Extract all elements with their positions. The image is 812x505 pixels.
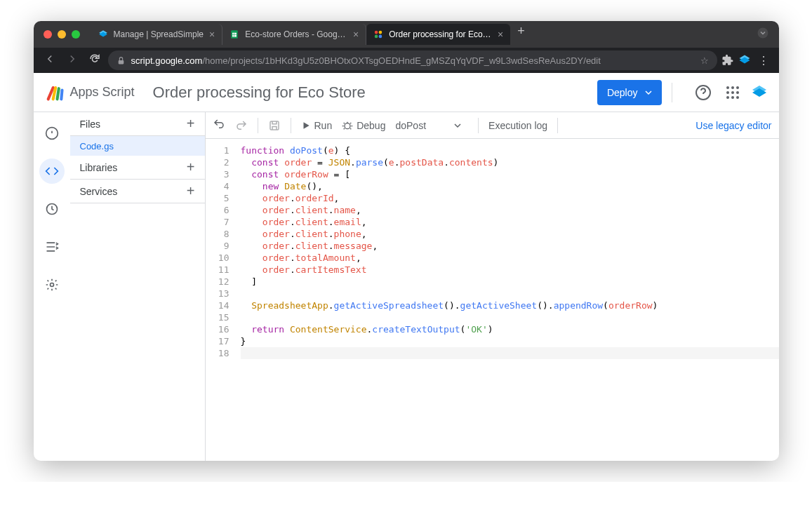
- tab-title: Order processing for Eco Store: [389, 29, 492, 39]
- debug-button[interactable]: Debug: [342, 120, 385, 131]
- window-titlebar: Manage | SpreadSimple × Eco-store Orders…: [34, 21, 779, 48]
- svg-point-15: [726, 86, 729, 89]
- close-tab-icon[interactable]: ×: [353, 29, 359, 40]
- redo-button[interactable]: [235, 119, 248, 132]
- lock-icon: [117, 56, 126, 65]
- product-name: Apps Script: [70, 85, 135, 100]
- files-section: Files +: [70, 112, 205, 136]
- svg-point-18: [726, 91, 729, 94]
- legacy-editor-link[interactable]: Use legacy editor: [695, 120, 771, 131]
- svg-point-16: [731, 86, 734, 89]
- overview-icon[interactable]: [39, 121, 65, 146]
- svg-point-6: [375, 31, 378, 34]
- close-tab-icon[interactable]: ×: [498, 29, 503, 40]
- browser-tab-active[interactable]: Order processing for Eco Store ×: [366, 24, 510, 45]
- help-icon[interactable]: [695, 84, 712, 101]
- code-area[interactable]: function doPost(e) { const order = JSON.…: [237, 139, 779, 461]
- svg-point-23: [736, 96, 739, 99]
- project-title[interactable]: Order processing for Eco Store: [153, 83, 597, 102]
- settings-icon[interactable]: [39, 272, 65, 297]
- function-name: doPost: [395, 120, 426, 131]
- svg-point-22: [731, 96, 734, 99]
- file-name: Code.gs: [80, 141, 114, 152]
- services-label: Services: [80, 186, 118, 197]
- url-domain: script.google.com: [131, 55, 203, 66]
- svg-point-8: [375, 35, 378, 39]
- browser-toolbar: script.google.com/home/projects/1bHKd3gU…: [34, 48, 779, 73]
- save-button[interactable]: [268, 119, 281, 132]
- play-icon: [301, 121, 311, 130]
- file-item[interactable]: Code.gs: [70, 136, 205, 156]
- services-section: Services +: [70, 180, 205, 203]
- undo-button[interactable]: [213, 118, 225, 133]
- execution-log-button[interactable]: Execution log: [488, 120, 547, 131]
- browser-tab[interactable]: Eco-store Orders - Google She ×: [222, 24, 366, 45]
- function-select[interactable]: doPost: [395, 120, 468, 131]
- chevron-down-icon: [454, 122, 461, 129]
- close-window-icon[interactable]: [44, 30, 52, 39]
- editor-icon[interactable]: [39, 159, 65, 184]
- svg-point-17: [736, 86, 739, 89]
- extensions-icon[interactable]: [721, 54, 734, 67]
- run-button[interactable]: Run: [301, 120, 333, 131]
- bug-icon: [342, 120, 353, 131]
- browser-tab[interactable]: Manage | SpreadSimple ×: [91, 24, 223, 45]
- executions-icon[interactable]: [39, 234, 65, 260]
- address-bar[interactable]: script.google.com/home/projects/1bHKd3gU…: [108, 50, 717, 70]
- svg-point-19: [731, 91, 734, 94]
- appsscript-favicon-icon: [373, 29, 383, 39]
- spreadsimple-favicon-icon: [98, 29, 108, 39]
- traffic-lights: [44, 30, 80, 39]
- chevron-down-icon[interactable]: [757, 27, 769, 39]
- svg-point-9: [379, 35, 382, 39]
- appsscript-logo-icon: [45, 83, 65, 102]
- svg-rect-5: [234, 33, 235, 37]
- forward-button[interactable]: [63, 50, 81, 71]
- deploy-label: Deploy: [607, 87, 638, 98]
- maximize-window-icon[interactable]: [72, 30, 80, 39]
- url-path: /home/projects/1bHKd3gU5z0BHOtxOXTsgOEDH…: [202, 55, 600, 66]
- svg-point-20: [736, 91, 739, 94]
- libraries-section: Libraries +: [70, 156, 205, 180]
- svg-point-30: [345, 123, 350, 128]
- svg-point-10: [757, 28, 768, 39]
- svg-point-21: [726, 96, 729, 99]
- editor-pane: Run Debug doPost Execution log Use legac…: [206, 112, 779, 461]
- file-panel: Files + Code.gs Libraries + Services +: [70, 112, 206, 461]
- add-service-button[interactable]: +: [187, 183, 195, 199]
- close-tab-icon[interactable]: ×: [209, 29, 215, 40]
- chevron-down-icon: [645, 89, 652, 96]
- svg-rect-11: [118, 60, 124, 63]
- app-header: Apps Script Order processing for Eco Sto…: [34, 73, 779, 112]
- debug-label: Debug: [357, 120, 385, 131]
- deploy-button[interactable]: Deploy: [597, 80, 662, 105]
- add-file-button[interactable]: +: [187, 116, 195, 132]
- reload-button[interactable]: [86, 50, 104, 71]
- spreadsimple-ext-icon[interactable]: [738, 54, 751, 67]
- svg-point-28: [50, 283, 53, 287]
- svg-rect-29: [270, 121, 279, 130]
- apps-grid-icon[interactable]: [724, 84, 741, 101]
- tab-title: Eco-store Orders - Google She: [245, 29, 347, 39]
- add-library-button[interactable]: +: [187, 159, 195, 175]
- left-nav-rail: [34, 112, 70, 461]
- tab-title: Manage | SpreadSimple: [114, 29, 204, 39]
- svg-point-7: [379, 31, 382, 34]
- line-gutter: 1 2 3 4 5 6 7 8 9 10 11 12 13 14 15 16 1…: [206, 139, 237, 461]
- code-editor[interactable]: 1 2 3 4 5 6 7 8 9 10 11 12 13 14 15 16 1…: [206, 139, 779, 461]
- triggers-icon[interactable]: [39, 196, 65, 222]
- run-label: Run: [314, 120, 333, 131]
- more-icon[interactable]: ⋮: [755, 54, 772, 67]
- sheets-favicon-icon: [229, 29, 239, 39]
- bookmark-star-icon[interactable]: ☆: [700, 55, 709, 66]
- back-button[interactable]: [41, 50, 59, 71]
- editor-toolbar: Run Debug doPost Execution log Use legac…: [206, 112, 779, 139]
- libraries-label: Libraries: [80, 162, 118, 173]
- new-tab-button[interactable]: +: [510, 24, 532, 45]
- files-label: Files: [80, 119, 101, 130]
- minimize-window-icon[interactable]: [58, 30, 66, 39]
- account-icon[interactable]: [751, 84, 768, 101]
